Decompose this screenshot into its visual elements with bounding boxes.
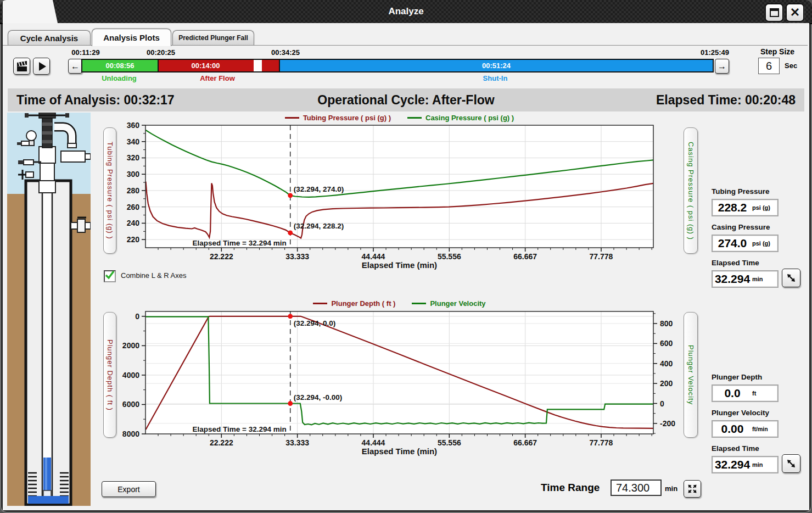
timeline-segment-shutin[interactable]: 00:51:24: [279, 60, 713, 71]
timeline-mark-0: 00:11:29: [71, 48, 99, 57]
plunger-depth-axis-handle: Plunger Depth ( ft ): [103, 312, 116, 438]
pressure-chart-plot[interactable]: 22024026028030032034036022.22233.33344.4…: [99, 113, 681, 274]
plunger-velocity-readout-label: Plunger Velocity: [712, 409, 769, 417]
time-range-unit: min: [665, 484, 677, 493]
wellbore-schematic: [7, 113, 91, 506]
time-range-label: Time Range: [541, 482, 600, 494]
svg-text:33.333: 33.333: [285, 252, 309, 261]
plunger-velocity-axis-handle: Plunger Velocity: [684, 312, 698, 438]
right-arrow-icon: →: [718, 62, 726, 71]
svg-text:320: 320: [127, 153, 140, 162]
casing-pressure-readout-label: Casing Pressure: [712, 223, 770, 231]
plunger-chart-legend: Plunger Depth ( ft ) Plunger Velocity: [145, 299, 653, 308]
svg-text:55.556: 55.556: [438, 438, 461, 447]
plunger-depth-readout-label: Plunger Depth: [712, 373, 762, 381]
svg-text:Elapsed Time = 32.294 min: Elapsed Time = 32.294 min: [192, 239, 286, 247]
svg-text:800: 800: [660, 319, 673, 328]
tubing-legend-swatch: [285, 117, 299, 119]
tab-cycle-analysis[interactable]: Cycle Analysis: [8, 30, 91, 45]
svg-text:6000: 6000: [122, 400, 139, 409]
cycle-select-button[interactable]: [13, 58, 30, 75]
depth-legend-swatch: [313, 303, 327, 304]
svg-text:44.444: 44.444: [362, 438, 385, 447]
tab-predicted-plunger-fall[interactable]: Predicted Plunger Fall: [172, 30, 254, 45]
cursor-drag-button-bottom[interactable]: [782, 454, 800, 473]
svg-text:2000: 2000: [122, 341, 139, 350]
svg-text:280: 280: [127, 186, 140, 195]
svg-text:(32.294, 228.2): (32.294, 228.2): [294, 222, 344, 230]
export-button[interactable]: Export: [102, 481, 156, 497]
svg-text:Elapsed Time (min): Elapsed Time (min): [362, 260, 437, 270]
clapperboard-icon: [15, 60, 29, 73]
svg-text:0: 0: [660, 399, 664, 408]
play-button[interactable]: [33, 58, 50, 75]
svg-text:Elapsed Time = 32.294 min: Elapsed Time = 32.294 min: [192, 425, 286, 433]
tubing-pressure-axis-handle: Tubing Pressure ( psi (g) ): [103, 127, 116, 254]
step-forward-button[interactable]: →: [715, 59, 729, 74]
svg-text:66.667: 66.667: [513, 438, 537, 447]
svg-text:340: 340: [127, 137, 140, 146]
cycle-timeline-bar[interactable]: 00:08:56 00:14:00 00:51:24: [81, 59, 714, 73]
diagonal-arrow-icon: [786, 272, 797, 283]
svg-text:240: 240: [127, 219, 140, 227]
timeline-mark-2: 00:34:25: [271, 48, 300, 57]
close-button[interactable]: ✕: [786, 3, 804, 22]
svg-text:55.556: 55.556: [438, 252, 461, 261]
elapsed-time-top-readout-label: Elapsed Time: [712, 259, 759, 267]
casing-pressure-readout: 274.0 psi (g): [712, 235, 779, 252]
green-check-icon: [104, 270, 116, 281]
checkbox-box[interactable]: [104, 270, 116, 282]
fit-time-range-button[interactable]: [684, 480, 701, 498]
tubing-pressure-readout: 228.2 psi (g): [712, 199, 779, 216]
svg-text:-200: -200: [660, 419, 675, 428]
shutin-label: Shut-In: [483, 74, 508, 82]
title-bar: Analyze ✕: [0, 0, 812, 24]
svg-text:(32.294, -0.00): (32.294, -0.00): [294, 393, 343, 402]
wellbore-schematic-image: [7, 113, 91, 506]
elapsed-time-top-readout: 32.294 min: [712, 270, 779, 288]
chart-svg-0: 22024026028030032034036022.22233.33344.4…: [99, 113, 681, 272]
timeline-mark-1: 00:20:25: [147, 48, 175, 57]
play-icon: [36, 60, 48, 73]
analysis-header: Time of Analysis: 00:32:17 Operational C…: [8, 88, 804, 111]
timeline-mark-3: 01:25:49: [701, 48, 729, 57]
step-back-button[interactable]: ←: [68, 59, 82, 74]
plunger-depth-readout: 0.0 ft: [712, 384, 779, 402]
current-time-marker[interactable]: [254, 60, 262, 71]
pressure-chart-legend: Tubing Pressure ( psi (g) ) Casing Press…: [145, 114, 653, 122]
svg-text:66.667: 66.667: [513, 252, 537, 261]
svg-text:220: 220: [127, 235, 140, 244]
maximize-icon: [770, 8, 779, 17]
time-range-input[interactable]: 74.300: [611, 479, 662, 496]
svg-text:4000: 4000: [122, 371, 139, 380]
svg-text:360: 360: [127, 121, 140, 130]
step-size-label: Step Size: [750, 47, 805, 56]
timeline-segment-afterflow[interactable]: 00:14:00: [158, 60, 279, 71]
plunger-chart[interactable]: Plunger Depth ( ft ) Plunger Velocity 02…: [99, 298, 681, 458]
svg-text:22.222: 22.222: [210, 438, 233, 447]
svg-text:8000: 8000: [122, 430, 139, 438]
tab-analysis-plots[interactable]: Analysis Plots: [92, 29, 171, 46]
svg-text:(32.294, 0.0): (32.294, 0.0): [294, 319, 336, 327]
timeline-segment-unloading[interactable]: 00:08:56: [82, 60, 158, 71]
elapsed-time-bottom-readout-label: Elapsed Time: [712, 444, 759, 453]
analyze-window: Analyze ✕ Cycle Analysis Analysis Plots …: [0, 0, 812, 513]
svg-text:0: 0: [135, 312, 139, 321]
svg-text:77.778: 77.778: [590, 438, 613, 447]
expand-arrows-icon: [687, 483, 698, 494]
svg-text:200: 200: [660, 379, 673, 388]
svg-text:(32.294, 274.0): (32.294, 274.0): [294, 185, 344, 193]
combine-axes-checkbox[interactable]: Combine L & R Axes: [104, 270, 186, 282]
plunger-chart-plot[interactable]: 020004000600080008006004002000-20022.222…: [99, 298, 681, 460]
pressure-chart[interactable]: Tubing Pressure ( psi (g) ) Casing Press…: [99, 113, 681, 272]
maximize-button[interactable]: [765, 3, 783, 22]
plunger-velocity-readout: 0.00 ft/min: [712, 420, 779, 438]
velocity-legend-swatch: [412, 303, 426, 304]
svg-text:77.778: 77.778: [590, 252, 613, 261]
casing-pressure-axis-handle: Casing Pressure ( psi (g) ): [684, 127, 698, 254]
casing-legend-swatch: [407, 117, 422, 119]
step-size-input[interactable]: 6: [758, 58, 780, 74]
svg-text:400: 400: [660, 359, 673, 368]
cursor-drag-button-top[interactable]: [782, 269, 800, 287]
diagonal-arrow-icon: [786, 458, 797, 469]
